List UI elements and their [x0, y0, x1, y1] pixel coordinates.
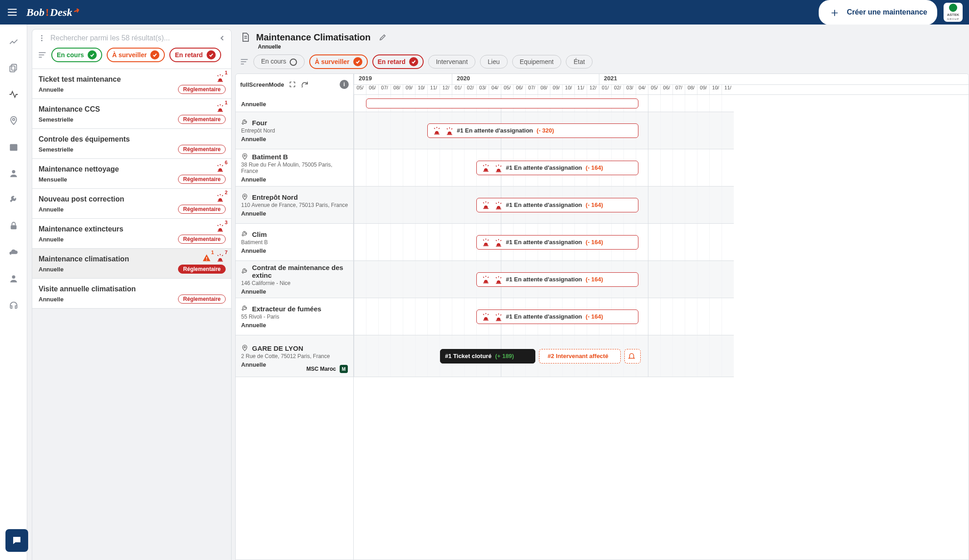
- month-label: 10/: [562, 85, 574, 94]
- month-label: 11/: [427, 85, 440, 94]
- svg-line-41: [222, 255, 223, 256]
- svg-line-61: [488, 165, 489, 166]
- timeline-row-label[interactable]: Four Entrepôt Nord Annuelle: [236, 112, 353, 149]
- svg-line-97: [500, 314, 501, 315]
- timeline-row-label[interactable]: Batiment B 38 Rue du Fer À Moulin, 75005…: [236, 149, 353, 187]
- nav-calendar-icon[interactable]: [7, 141, 20, 153]
- svg-line-92: [483, 314, 484, 315]
- siren-icon: [481, 238, 490, 247]
- list-item[interactable]: Controle des équipements Semestrielle Ré…: [32, 129, 231, 159]
- bar-delta: (- 164): [586, 201, 603, 208]
- detail-filter-etat[interactable]: État: [566, 55, 593, 69]
- svg-point-47: [244, 155, 245, 156]
- svg-rect-4: [10, 66, 15, 72]
- svg-rect-3: [11, 64, 16, 70]
- nav-wrench-icon[interactable]: [7, 193, 20, 206]
- create-maintenance-button[interactable]: ＋ Créer une maintenance: [819, 0, 937, 25]
- scroll-right-icon[interactable]: [226, 51, 227, 59]
- wrench-icon: [241, 231, 248, 238]
- month-label: 02/: [464, 85, 476, 94]
- detail-filter-intervenant[interactable]: Intervenant: [428, 55, 475, 69]
- svg-rect-24: [218, 171, 223, 172]
- brand-logo[interactable]: ASTEK GROUP: [944, 3, 963, 22]
- svg-rect-90: [483, 319, 489, 320]
- menu-icon[interactable]: [6, 6, 18, 18]
- list-item[interactable]: Visite annuelle climatisation Annuelle R…: [32, 279, 231, 309]
- row-location: 38 Rue du Fer À Moulin, 75005 Paris, Fra…: [241, 162, 349, 174]
- month-label: 12/: [440, 85, 452, 94]
- svg-line-80: [496, 240, 497, 241]
- row-title: GARE DE LYON: [252, 344, 303, 352]
- svg-rect-86: [496, 283, 501, 284]
- timeline-bar[interactable]: [366, 98, 638, 108]
- svg-point-12: [41, 40, 43, 41]
- detail-filter-equipement[interactable]: Equipement: [512, 55, 562, 69]
- nav-worker-icon[interactable]: [7, 167, 20, 180]
- detail-filter-a-surveiller[interactable]: À surveiller: [309, 54, 367, 69]
- timeline-bar-closed[interactable]: #1 Ticket cloturé (+ 189): [440, 349, 535, 364]
- timeline-row-label[interactable]: Annuelle: [236, 95, 353, 112]
- timeline-row-label[interactable]: Entrepôt Nord 110 Avenue de France, 7501…: [236, 187, 353, 224]
- detail-filter-en-retard[interactable]: En retard: [372, 54, 424, 69]
- timeline-bar[interactable]: #1 En attente d'assignation (- 164): [476, 309, 638, 324]
- svg-rect-66: [483, 208, 489, 209]
- reglementaire-badge: Réglementaire: [178, 205, 226, 214]
- list-item[interactable]: Maintenance extincteurs Annuelle 3 Régle…: [32, 219, 231, 249]
- detail-filter-lieu[interactable]: Lieu: [480, 55, 507, 69]
- filter-en-cours[interactable]: En cours: [51, 48, 102, 62]
- detail-sort-icon[interactable]: [240, 57, 249, 66]
- info-icon[interactable]: i: [340, 80, 349, 89]
- search-input[interactable]: [50, 34, 214, 42]
- chat-button[interactable]: [5, 529, 28, 552]
- nav-health-icon[interactable]: [7, 88, 20, 101]
- more-icon[interactable]: [38, 34, 46, 42]
- list-item[interactable]: Ticket test maintenance Annuelle 1 Régle…: [32, 69, 231, 99]
- card-title: Maintenance CCS: [39, 105, 225, 113]
- list-item[interactable]: Maintenance climatisation Annuelle 17 Ré…: [32, 249, 231, 279]
- bar-label: #1 En attente d'assignation: [506, 201, 582, 208]
- nav-analytics-icon[interactable]: [7, 35, 20, 48]
- row-title: Four: [252, 119, 267, 127]
- timeline-row-label[interactable]: GARE DE LYON 2 Rue de Cotte, 75012 Paris…: [236, 335, 353, 377]
- timeline-bar[interactable]: #1 En attente d'assignation (- 164): [476, 161, 638, 175]
- nav-lock-icon[interactable]: [7, 220, 20, 232]
- nav-headset-icon[interactable]: [7, 299, 20, 311]
- timeline-bar-pending[interactable]: #2 Intervenant affecté: [539, 349, 621, 364]
- create-label: Créer une maintenance: [847, 8, 927, 16]
- svg-point-9: [12, 275, 15, 279]
- svg-rect-36: [206, 257, 207, 259]
- timeline-bar[interactable]: #1 En attente d'assignation (- 164): [476, 235, 638, 250]
- wrench-icon: [241, 119, 248, 126]
- refresh-icon[interactable]: [301, 80, 309, 88]
- timeline-row-label[interactable]: Clim Batiment B Annuelle: [236, 224, 353, 261]
- bar-label: #1 En attente d'assignation: [506, 276, 582, 283]
- filter-a-surveiller[interactable]: À surveiller: [107, 48, 165, 62]
- timeline-bar[interactable]: #1 En attente d'assignation (- 320): [427, 123, 638, 138]
- svg-line-96: [496, 314, 497, 315]
- nav-user-icon[interactable]: [7, 272, 20, 285]
- list-item[interactable]: Maintenance CCS Semestrielle 1 Réglement…: [32, 99, 231, 129]
- timeline-row-label[interactable]: Extracteur de fumées 55 Rivoli - Paris A…: [236, 298, 353, 335]
- year-label: 2019: [354, 74, 452, 84]
- nav-location-icon[interactable]: [7, 114, 20, 127]
- month-label: 04/: [489, 85, 501, 94]
- detail-filter-en-cours[interactable]: En cours: [253, 54, 305, 69]
- timeline-bar[interactable]: #1 En attente d'assignation (- 164): [476, 198, 638, 212]
- list-item[interactable]: Nouveau post correction Annuelle 2 Régle…: [32, 189, 231, 219]
- sort-icon[interactable]: [38, 50, 47, 59]
- month-label: 11/: [722, 85, 734, 94]
- row-title: Contrat de maintenance des extinc: [252, 264, 349, 279]
- timeline-row-label[interactable]: Contrat de maintenance des extinc 146 Ca…: [236, 261, 353, 298]
- timeline-row: #1 En attente d'assignation (- 320): [354, 112, 734, 149]
- bell-callout[interactable]: [624, 349, 641, 364]
- siren-icon: [494, 313, 502, 321]
- edit-icon[interactable]: [379, 33, 387, 41]
- nav-copy-icon[interactable]: [7, 62, 20, 74]
- list-item[interactable]: Maintenance nettoyage Mensuelle 6 Réglem…: [32, 159, 231, 189]
- timeline-bar[interactable]: #1 En attente d'assignation (- 164): [476, 272, 638, 287]
- fullscreen-icon[interactable]: [289, 81, 296, 88]
- reglementaire-badge: Réglementaire: [178, 85, 226, 94]
- nav-cloud-icon[interactable]: [7, 246, 20, 259]
- filter-en-retard[interactable]: En retard: [169, 48, 221, 62]
- collapse-left-icon[interactable]: [218, 34, 227, 42]
